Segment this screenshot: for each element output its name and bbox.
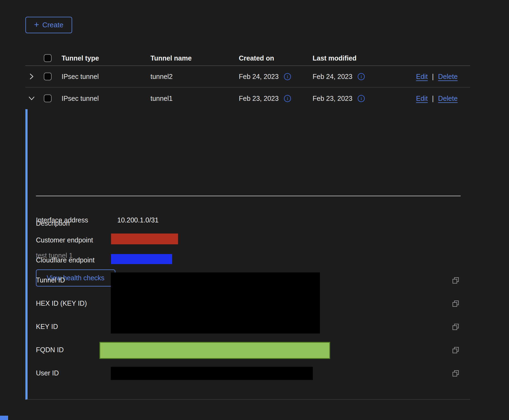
created-on-value: Feb 24, 2023 xyxy=(239,73,279,81)
interface-address-value: 10.200.1.0/31 xyxy=(117,216,159,224)
select-row-checkbox[interactable] xyxy=(44,95,52,102)
tunnels-page: + Create Tunnel type Tunnel name Created… xyxy=(0,0,509,420)
hex-id-label: HEX ID (KEY ID) xyxy=(36,299,87,307)
tunnel-type-value: IPsec tunnel xyxy=(62,95,99,102)
fqdn-id-label: FQDN ID xyxy=(36,346,64,354)
tunnel-type-value: IPsec tunnel xyxy=(62,73,99,81)
copy-icon[interactable] xyxy=(452,346,460,354)
delete-link[interactable]: Delete xyxy=(438,73,458,81)
customer-endpoint-redacted-value xyxy=(111,234,178,244)
user-id-redacted-value xyxy=(111,367,313,380)
table-row: IPsec tunnel tunnel1 Feb 23, 2023 i Feb … xyxy=(25,88,470,109)
action-separator: | xyxy=(432,95,434,102)
select-row-checkbox[interactable] xyxy=(44,73,52,81)
info-icon[interactable]: i xyxy=(358,73,365,80)
action-separator: | xyxy=(432,73,434,81)
chevron-right-icon[interactable] xyxy=(27,72,36,81)
key-id-label: KEY ID xyxy=(36,323,58,331)
tunnel-id-label: Tunnel ID xyxy=(36,276,65,284)
chevron-down-icon[interactable] xyxy=(27,94,36,103)
edit-link[interactable]: Edit xyxy=(416,95,428,102)
copy-icon[interactable] xyxy=(452,323,460,331)
table-header-row: Tunnel type Tunnel name Created on Last … xyxy=(25,51,470,66)
tunnels-table: Tunnel type Tunnel name Created on Last … xyxy=(25,51,470,109)
plus-icon: + xyxy=(34,20,39,29)
cloudflare-endpoint-label: Cloudflare endpoint xyxy=(36,256,95,264)
tunnel-name-value: tunnel2 xyxy=(150,73,173,81)
delete-link[interactable]: Delete xyxy=(438,95,458,102)
cloudflare-endpoint-redacted-value xyxy=(111,254,172,264)
tunnel-detail-panel: Description test tunnel 1 View health ch… xyxy=(25,109,470,400)
header-tunnel-type: Tunnel type xyxy=(62,54,99,62)
header-last-modified: Last modified xyxy=(313,54,357,62)
create-button[interactable]: + Create xyxy=(25,17,72,33)
copy-icon[interactable] xyxy=(452,276,460,285)
last-modified-value: Feb 23, 2023 xyxy=(313,95,352,102)
user-id-label: User ID xyxy=(36,369,59,377)
select-all-checkbox[interactable] xyxy=(44,54,52,62)
info-icon[interactable]: i xyxy=(358,95,365,102)
copy-icon[interactable] xyxy=(452,300,460,308)
info-icon[interactable]: i xyxy=(284,73,291,80)
last-modified-value: Feb 24, 2023 xyxy=(313,73,352,81)
interface-address-label: Interface address xyxy=(36,216,88,224)
customer-endpoint-label: Customer endpoint xyxy=(36,236,93,244)
created-on-value: Feb 23, 2023 xyxy=(239,95,279,102)
create-button-label: Create xyxy=(42,21,63,29)
info-icon[interactable]: i xyxy=(284,95,291,102)
edit-link[interactable]: Edit xyxy=(416,73,428,81)
copy-icon[interactable] xyxy=(452,369,460,378)
tunnel-ids-redacted-value xyxy=(111,272,320,334)
scroll-accent-strip xyxy=(0,416,8,420)
section-divider xyxy=(36,196,461,196)
tunnel-name-value: tunnel1 xyxy=(150,95,173,102)
header-created-on: Created on xyxy=(239,54,274,62)
table-row: IPsec tunnel tunnel2 Feb 24, 2023 i Feb … xyxy=(25,66,470,88)
fqdn-id-redacted-value xyxy=(99,342,330,359)
header-tunnel-name: Tunnel name xyxy=(150,54,192,62)
